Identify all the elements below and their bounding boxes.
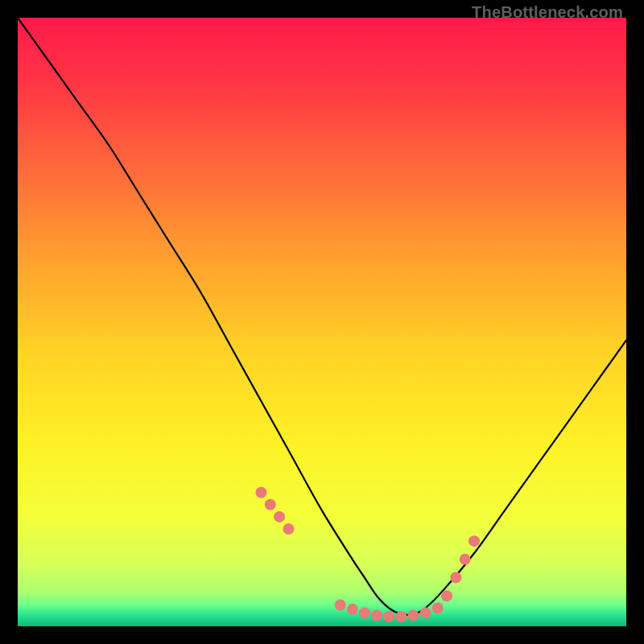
highlight-dot — [432, 602, 444, 613]
highlight-dot — [283, 523, 294, 535]
chart-frame — [18, 18, 626, 626]
highlight-dot — [265, 499, 276, 510]
highlight-dot — [335, 600, 346, 611]
gradient-plane — [18, 18, 626, 626]
highlight-dot — [383, 611, 394, 622]
watermark-text: TheBottleneck.com — [472, 3, 623, 22]
highlight-dot — [359, 607, 370, 618]
highlight-dot — [395, 611, 407, 622]
highlight-dot — [407, 609, 419, 621]
highlight-dot — [371, 609, 382, 621]
highlight-dot — [441, 590, 452, 601]
chart-svg — [18, 18, 626, 626]
highlight-dot — [347, 604, 358, 615]
highlight-dot — [255, 487, 266, 498]
highlight-dot — [450, 572, 461, 584]
highlight-dot — [420, 607, 431, 618]
highlight-dot — [469, 535, 480, 547]
highlight-dot — [274, 511, 285, 522]
highlight-dot — [460, 554, 471, 565]
